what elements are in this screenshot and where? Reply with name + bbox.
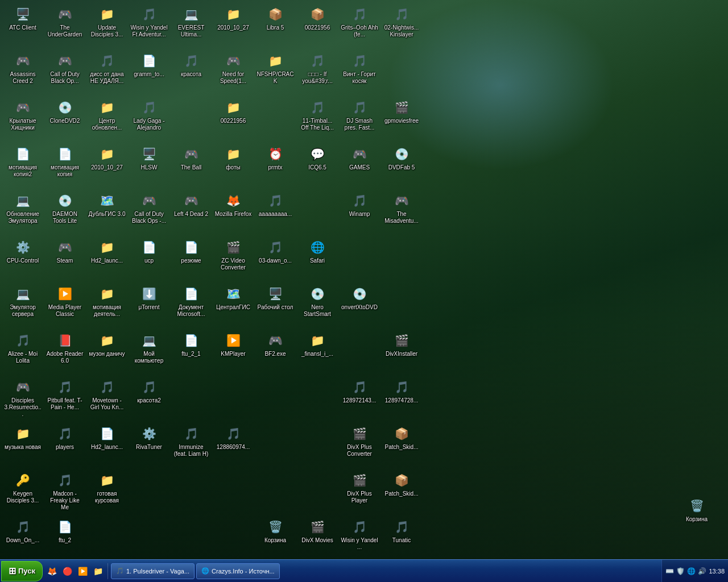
desktop-icon-if-you[interactable]: 🎵□□□ - If you&#39;r... [297,49,337,95]
desktop-icon-centralgis[interactable]: 🗺️ЦентралГИС [213,282,253,328]
desktop-icon-foty[interactable]: 📁фоты [213,143,253,188]
desktop-icon-tunatic[interactable]: 🎵Tunatic [382,516,421,559]
desktop-icon-patch-skid2[interactable]: 📦Patch_Skid... [382,469,421,514]
desktop-icon-nero[interactable]: 💿Nero StartSmart [297,282,337,328]
tray-shield-icon[interactable]: 🛡️ [676,567,685,575]
desktop-icon-l4d2[interactable]: 🎮Left 4 Dead 2 [171,189,211,235]
desktop-icon-lady-gaga[interactable]: 🎵Lady Gaga - Alejandro [129,96,169,142]
desktop-icon-games[interactable]: 🎮GAMES [340,143,379,188]
desktop-icon-2010-10-27b[interactable]: 📁2010_10_27 [87,143,127,188]
ql-firefox[interactable]: 🦊 [45,564,59,578]
desktop-icon-libra5[interactable]: 📦Libra 5 [255,3,295,48]
desktop-icon-adobe-reader[interactable]: 📕Adobe Reader 6.0 [45,329,85,375]
trash-icon[interactable]: 🗑️ Корзина [677,494,717,525]
desktop-icon-rivaturner[interactable]: ⚙️RivaTuner [129,422,169,468]
desktop-icon-wisin-yandel[interactable]: 🎵Wisin y Yandel Ft Adventur... [129,3,169,48]
desktop-icon-zc-video[interactable]: 🎬ZC Video Converter [213,236,253,281]
desktop-icon-convertx[interactable]: 💿onvertXtoDVD [340,282,379,328]
desktop-icon-dublgis[interactable]: 🗺️ДубльГИС 3.0 [87,189,127,235]
desktop-icon-cod-blackops[interactable]: 🎮Call of Duty Black Op... [45,49,85,95]
desktop-icon-prmtx[interactable]: ⏰prmtx [255,143,295,188]
desktop-icon-divxplus-player[interactable]: 🎬DivX Plus Player [340,469,379,514]
desktop-icon-players[interactable]: 🎵players [45,422,85,468]
desktop-icon-ftu2[interactable]: 📄ftu_2 [45,516,85,559]
desktop-icon-steam[interactable]: 🎮Steam [45,236,85,281]
desktop-icon-the-ball[interactable]: 🎮The Ball [171,143,211,188]
desktop-icon-immunize[interactable]: 🎵Immunize (feat. Liam H) [171,422,211,468]
desktop-icon-kmplayer[interactable]: ▶️KMPlayer [213,329,253,375]
desktop-icon-daemon-tools[interactable]: 💿DAEMON Tools Lite [45,189,85,235]
desktop-icon-obnovlenie[interactable]: 💻Обновление Эмулятора [3,189,43,235]
desktop-icon-divxinstaller[interactable]: 🎬DivXInstaller [382,329,421,375]
desktop-icon-utorrent[interactable]: ⬇️μTorrent [129,282,169,328]
desktop-icon-cpu-control[interactable]: ⚙️CPU-Control [3,236,43,281]
desktop-icon-00221956[interactable]: 📦00221956 [297,3,337,48]
desktop-icon-misadventu[interactable]: 🎮The Misadventu... [382,189,421,235]
desktop-icon-dj-smash[interactable]: 🎵DJ Smash pres. Fast... [340,96,379,142]
desktop-icon-disciples3-update[interactable]: 📁Update Disciples 3... [87,3,127,48]
desktop-icon-divxplus[interactable]: 🎬DivX Plus Converter [340,422,379,468]
desktop-icon-cod-blackops2[interactable]: 🎮Call of Duty Black Ops -... [129,189,169,235]
desktop-icon-icq65[interactable]: 💬ICQ6.5 [297,143,337,188]
tray-volume-icon[interactable]: 🔊 [698,567,706,575]
desktop-icon-pitbull[interactable]: 🎵Pitbull feat. T-Pain - He... [45,376,85,421]
desktop-icon-disciples3[interactable]: 🎮Disciples 3.Resurrectio... [3,376,43,421]
desktop-icon-00221956b[interactable]: 📁00221956 [213,96,253,142]
desktop-icon-keygen-disc[interactable]: 🔑Keygen Disciples 3... [3,469,43,514]
desktop-icon-ucp[interactable]: 📄ucp [129,236,169,281]
desktop-icon-assassins-creed2[interactable]: 🎮Assassins Creed 2 [3,49,43,95]
desktop-icon-dvdfab5[interactable]: 💿DVDFab 5 [382,143,421,188]
desktop-icon-gotovaya-kurs[interactable]: 📁готовая курсовая [87,469,127,514]
desktop-icon-krylatye[interactable]: 🎮Крылатые Хищники [3,96,43,142]
desktop-icon-patch-skid[interactable]: 📦Patch_Skid... [382,422,421,468]
desktop-icon-finansl[interactable]: 📁_finansl_i_... [297,329,337,375]
desktop-icon-korzina[interactable]: 🗑️Корзина [255,516,295,559]
desktop-icon-madcon[interactable]: 🎵Madcon - Freaky Like Me [45,469,85,514]
tray-network-icon[interactable]: 🌐 [687,567,696,575]
desktop-icon-128860974[interactable]: 🎵128860974... [213,422,253,468]
desktop-icon-02-nightwish[interactable]: 🎵02-Nightwis... Kinslayer [382,3,421,48]
desktop-icon-media-player[interactable]: ▶️Media Player Classic [45,282,85,328]
desktop-icon-muzyka-novaya[interactable]: 📁музыка новая [3,422,43,468]
desktop-icon-atc-client[interactable]: 🖥️ATC Client [3,3,43,48]
desktop-icon-alizee[interactable]: 🎵Alizee - Moi Lolita [3,329,43,375]
desktop-icon-128974728[interactable]: 🎵128974728... [382,376,421,421]
desktop-icon-motivaciya-deyat[interactable]: 📁мотивация деятель... [87,282,127,328]
desktop-icon-krasota[interactable]: 🎵красота [171,49,211,95]
desktop-icon-128972143[interactable]: 🎵128972143... [340,376,379,421]
desktop-icon-grits-ooh[interactable]: 🎵Grits–Ooh Ahh (fe... [340,3,379,48]
ql-media[interactable]: ▶️ [76,564,89,578]
desktop-icon-emulator-servera[interactable]: 💻Эмулятор сервера [3,282,43,328]
desktop-icon-gpmoviesfree[interactable]: 🎬gpmoviesfree [382,96,421,142]
desktop-icon-aaaa[interactable]: 🎵aaaaaaaaa... [255,189,295,235]
desktop-icon-wisin-yandel2[interactable]: 🎵Wisin y Yandel ... [340,516,379,559]
desktop-icon-my-computer[interactable]: 💻Мой компьютер [129,329,169,375]
desktop-icon-movetown[interactable]: 🎵Movetown - Girl You Kn... [87,376,127,421]
desktop-icon-need-for-speed[interactable]: 🎮Need for Speed(1... [213,49,253,95]
desktop-icon-2010-10-27[interactable]: 📁2010_10_27 [213,3,253,48]
desktop-icon-winamp[interactable]: 🎵Winamp [340,189,379,235]
desktop-icon-hd2-launc2[interactable]: 📄Hd2_launc... [87,422,127,468]
desktop-icon-down-on[interactable]: 🎵Down_On_... [3,516,43,559]
taskbar-window-crazys[interactable]: 🌐 Crazys.Info - Источн... [196,563,280,579]
desktop-icon-rabochiy-stol[interactable]: 🖥️Рабочий стол [255,282,295,328]
ql-folder[interactable]: 📁 [91,564,105,578]
desktop-icon-doc-microsoft[interactable]: 📄Документ Microsoft... [171,282,211,328]
desktop-icon-11-timbal[interactable]: 🎵11-Timbal... Off The Liq... [297,96,337,142]
desktop-icon-motivaciya2[interactable]: 📄мотивация копия2 [3,143,43,188]
desktop-icon-hd2-launc[interactable]: 📁Hd2_launc... [87,236,127,281]
desktop-icon-myzon[interactable]: 📁музон даничу [87,329,127,375]
desktop-icon-rezyume[interactable]: 📄резюме [171,236,211,281]
desktop-icon-centr-obnovlen[interactable]: 📁Центр обновлен... [87,96,127,142]
desktop-icon-motivaciya[interactable]: 📄мотивация копия [45,143,85,188]
tray-keyboard-icon[interactable]: ⌨️ [665,567,674,575]
desktop-icon-disc-dana[interactable]: 🎵дисс от дана НЕ УДАЛЯ... [87,49,127,95]
desktop-icon-everest[interactable]: 💻EVEREST Ultima... [171,3,211,48]
desktop-icon-undergarden[interactable]: 🎮The UnderGarden [45,3,85,48]
desktop-icon-ftu-2-1[interactable]: 📄ftu_2_1 [171,329,211,375]
desktop-icon-vint-gorit[interactable]: 🎵Винт - Горит косяк [340,49,379,95]
desktop-icon-hlsw[interactable]: 🖥️HLSW [129,143,169,188]
desktop-icon-divxmovies[interactable]: 🎬DivX Movies [297,516,337,559]
desktop-icon-krasota2[interactable]: 🎵красота2 [129,376,169,421]
desktop-icon-03-dawn[interactable]: 🎵03-dawn_o... [255,236,295,281]
